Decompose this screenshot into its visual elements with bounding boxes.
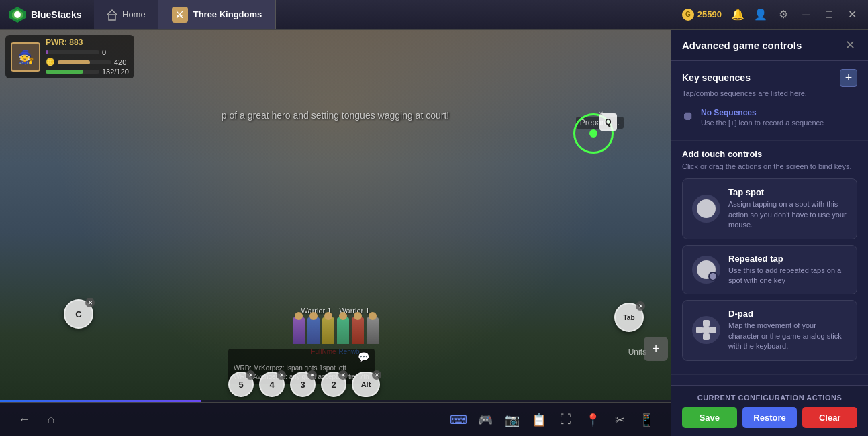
- section-header-keyseq: Key sequences +: [682, 69, 857, 87]
- bottom-toolbar: ← ⌂ ⌨ 🎮 📷 📋 ⛶ 📍 ✂ 📱: [0, 402, 671, 436]
- main-layout: 🧙 PWR: 883 0 🪙 420 132/120: [0, 30, 868, 436]
- app-name: BlueStacks: [31, 9, 81, 20]
- key-5-button[interactable]: 5 ✕: [228, 372, 254, 397]
- settings-icon[interactable]: ⚙: [777, 8, 790, 21]
- repeated-tap-card[interactable]: Repeated tap Use this to add repeated ta…: [682, 245, 857, 295]
- camera-btn[interactable]: 📷: [501, 409, 523, 431]
- tap-spot-card[interactable]: Tap spot Assign tapping on a spot with t…: [682, 178, 857, 239]
- dpad-name: D-pad: [728, 309, 847, 319]
- chat-icon[interactable]: 💬: [358, 351, 369, 362]
- stat-fill-2: [58, 60, 90, 64]
- svg-rect-3: [109, 15, 115, 20]
- dpad-text: D-pad Map the movement of your character…: [728, 309, 847, 351]
- warrior-1: [293, 317, 305, 344]
- close-q-btn[interactable]: ✕: [598, 110, 604, 117]
- config-buttons-row: Save Restore Clear: [682, 407, 857, 428]
- key-2-button[interactable]: 2 ✕: [321, 372, 346, 397]
- toolbar-center: ⌨ 🎮 📷 📋 ⛶ 📍 ✂ 📱: [448, 409, 657, 431]
- key-c-close[interactable]: ✕: [85, 298, 95, 307]
- key-3-button[interactable]: 3 ✕: [290, 372, 316, 397]
- save-button[interactable]: Save: [682, 407, 737, 428]
- game-tab[interactable]: ⚔ Three Kingdoms: [158, 0, 277, 29]
- warrior-6: [367, 317, 379, 344]
- key-sequences-subtitle: Tap/combo sequences are listed here.: [682, 89, 857, 97]
- minimize-icon[interactable]: ─: [800, 8, 813, 21]
- no-sequence-text: No Sequences Use the [+] icon to record …: [701, 108, 824, 127]
- key-4-button[interactable]: 4 ✕: [259, 372, 285, 397]
- config-actions-col: Current configuration actions Save Resto…: [682, 394, 857, 428]
- key-5-close[interactable]: ✕: [246, 370, 255, 380]
- repeated-tap-desc: Use this to add repeated taps on a spot …: [728, 266, 847, 286]
- bluestacks-icon: [8, 5, 27, 24]
- scene-text-content: p of a great hero and setting tongues wa…: [222, 110, 449, 121]
- key-tab-close[interactable]: ✕: [636, 301, 645, 311]
- panel-header: Advanced game controls ✕: [671, 30, 868, 61]
- repeated-tap-icon: [697, 260, 716, 279]
- gamepad-btn[interactable]: 🎮: [475, 409, 496, 431]
- key-2-close[interactable]: ✕: [338, 370, 348, 380]
- gold-coin-icon: G: [682, 9, 694, 21]
- right-panel: Advanced game controls ✕ Key sequences +…: [671, 30, 868, 436]
- key-4-close[interactable]: ✕: [277, 370, 286, 380]
- key-alt-button[interactable]: Alt ✕: [352, 372, 380, 397]
- home-icon: [106, 9, 118, 21]
- close-icon[interactable]: ✕: [845, 8, 859, 21]
- add-sequence-button[interactable]: +: [840, 69, 857, 87]
- tap-spot-desc: Assign tapping on a spot with this actio…: [728, 199, 847, 230]
- number-keys: 5 ✕ 4 ✕ 3 ✕ 2 ✕ Alt ✕: [228, 372, 380, 397]
- svg-point-2: [14, 11, 21, 18]
- warrior-3: [322, 317, 334, 344]
- no-seq-name: No Sequences: [701, 108, 824, 117]
- touch-dot: [589, 129, 597, 138]
- touch-cursor: Q ✕: [570, 110, 617, 157]
- fullscreen-btn[interactable]: ⛶: [555, 409, 577, 431]
- stat-row-1: 0: [46, 48, 129, 56]
- warrior-5: [352, 317, 364, 344]
- add-units-button[interactable]: +: [644, 337, 668, 361]
- config-actions-title: Current configuration actions: [682, 394, 857, 402]
- dpad-icon-container: [692, 316, 720, 344]
- warrior-2: [307, 317, 320, 344]
- sequence-icon: ⏺: [682, 109, 694, 123]
- home-tab[interactable]: Home: [94, 0, 158, 29]
- tap-spot-text: Tap spot Assign tapping on a spot with t…: [728, 187, 847, 230]
- dpad-desc: Map the movement of your character or th…: [728, 321, 847, 351]
- key-alt-close[interactable]: ✕: [372, 370, 381, 380]
- bluestacks-logo: BlueStacks: [0, 5, 94, 24]
- keyboard-btn[interactable]: ⌨: [448, 409, 469, 431]
- dpad-card[interactable]: D-pad Map the movement of your character…: [682, 300, 857, 360]
- gold-amount: 25590: [697, 9, 722, 19]
- stat-val-1: 0: [102, 48, 106, 56]
- stat-row-3: 132/120: [46, 68, 129, 76]
- game-icon: ⚔: [172, 7, 188, 23]
- clear-button[interactable]: Clear: [802, 407, 857, 428]
- stat-val-2: 420: [114, 58, 126, 66]
- back-btn[interactable]: ←: [13, 409, 35, 431]
- bell-icon[interactable]: 🔔: [731, 8, 744, 21]
- tap-spot-name: Tap spot: [728, 187, 847, 197]
- user-icon[interactable]: 👤: [754, 8, 767, 21]
- panel-close-button[interactable]: ✕: [842, 38, 857, 52]
- tap-spot-icon-container: [692, 195, 720, 223]
- key-tab-button[interactable]: Tab ✕: [614, 303, 644, 332]
- stat-val-3: 132/120: [102, 68, 129, 76]
- stat-bar-2: [58, 60, 111, 64]
- key-sequences-section: Key sequences + Tap/combo sequences are …: [671, 61, 868, 141]
- home-btn[interactable]: ⌂: [40, 409, 62, 431]
- svg-rect-7: [710, 327, 716, 333]
- no-seq-desc: Use the [+] icon to record a sequence: [701, 119, 824, 127]
- dpad-icon: [695, 319, 718, 341]
- location-btn[interactable]: 📍: [582, 409, 604, 431]
- phone-btn[interactable]: 📱: [636, 409, 657, 431]
- restore-button[interactable]: Restore: [742, 407, 798, 428]
- key-c-button[interactable]: C ✕: [64, 299, 93, 329]
- game-area[interactable]: 🧙 PWR: 883 0 🪙 420 132/120: [0, 30, 671, 436]
- scissors-btn[interactable]: ✂: [609, 409, 630, 431]
- restore-icon[interactable]: □: [822, 8, 836, 21]
- add-touch-section: Add touch controls Click or drag the act…: [671, 141, 868, 375]
- key-3-close[interactable]: ✕: [307, 370, 317, 380]
- copy-btn[interactable]: 📋: [528, 409, 550, 431]
- repeated-tap-icon-container: [692, 256, 720, 284]
- pwr-stat: PWR: 883: [46, 38, 129, 47]
- key-tab-label: Tab: [623, 314, 634, 321]
